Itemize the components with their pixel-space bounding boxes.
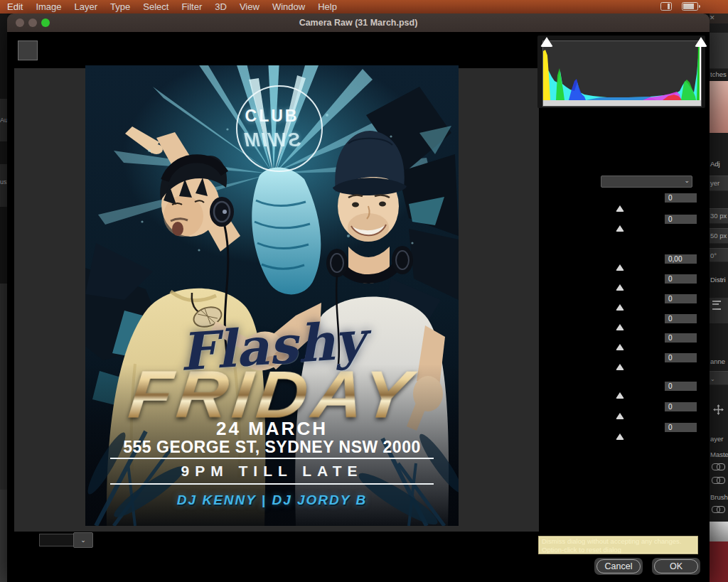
move-tool-icon[interactable] <box>713 404 724 415</box>
tab-close-icon[interactable]: ✕ <box>710 14 715 21</box>
panel-dropdown[interactable]: ⌄ <box>601 176 692 188</box>
value-field[interactable]: 0 <box>665 215 697 224</box>
slider-thumb[interactable] <box>616 324 624 330</box>
cancel-button-label: Cancel <box>596 559 641 573</box>
value-field[interactable]: 0 <box>665 333 697 343</box>
highlight-clipping-toggle-icon[interactable] <box>695 37 707 47</box>
chevron-down-icon: ⌄ <box>684 177 690 184</box>
master-label-fragment: Maste <box>710 449 728 460</box>
menu-view[interactable]: View <box>233 1 266 12</box>
left-panel-fragment: Au <box>0 114 7 126</box>
poster-preview-image[interactable]: CLUB SWIM Flashy FRIDAY 24 MARCH 555 GEO… <box>85 65 459 526</box>
poster-divider <box>110 483 434 485</box>
menu-layer[interactable]: Layer <box>68 1 105 12</box>
screen: Edit Image Layer Type Select Filter 3D V… <box>0 0 728 582</box>
poster-lineup: DJ KENNY | DJ JORDY B <box>85 492 459 508</box>
value-field[interactable]: 0 <box>665 294 697 303</box>
value-field[interactable]: 0 <box>665 314 697 323</box>
slider-thumb[interactable] <box>616 264 624 271</box>
dialog-title-bar: Camera Raw (31 March.psd) <box>7 14 710 32</box>
swatch-gradient[interactable] <box>710 81 728 133</box>
camera-raw-dialog: Camera Raw (31 March.psd) <box>7 14 710 582</box>
channels-panel-fragment: anne <box>710 356 728 367</box>
menu-image[interactable]: Image <box>29 1 68 12</box>
slider-thumb[interactable] <box>616 344 624 350</box>
field-50px-fragment[interactable]: 50 px <box>710 228 728 244</box>
value-field[interactable]: 0 <box>665 382 697 391</box>
align-icon[interactable] <box>712 301 721 310</box>
value-field[interactable]: 0 <box>665 402 697 411</box>
swatches-panel-fragment: tches <box>710 69 728 80</box>
slider-thumb[interactable] <box>616 364 624 370</box>
logo-text-club: CLUB <box>85 107 459 126</box>
brush-label-fragment: Brush <box>710 492 728 503</box>
club-logo-circle <box>236 85 323 172</box>
background-left-panel: Au us <box>0 14 7 582</box>
tooltip-line: Dismiss dialog without accepting any cha… <box>542 537 695 546</box>
zoom-select-chevron-button[interactable]: ⌄ <box>73 532 93 548</box>
cancel-button[interactable]: Cancel <box>594 558 643 575</box>
menu-filter[interactable]: Filter <box>175 1 208 12</box>
tooltip-line: Option-click to reset dialog <box>542 546 695 554</box>
minimize-window-button[interactable] <box>28 18 37 27</box>
shadow-clipping-toggle-icon[interactable] <box>540 37 553 47</box>
menu-bar: Edit Image Layer Type Select Filter 3D V… <box>0 0 728 14</box>
left-panel-fragment: us <box>0 176 7 188</box>
layer-row-fragment: yer <box>710 176 728 191</box>
chevron-down-icon[interactable]: ⌄ <box>710 376 715 382</box>
histogram <box>542 41 702 107</box>
toolbar-button[interactable] <box>18 41 38 60</box>
menu-help[interactable]: Help <box>311 1 343 12</box>
logo-text-swim: SWIM <box>85 129 459 151</box>
slider-thumb[interactable] <box>616 392 624 399</box>
value-field[interactable]: 0 <box>665 193 697 203</box>
value-field[interactable]: 0,00 <box>665 254 697 264</box>
zoom-level-select[interactable] <box>39 534 75 546</box>
close-window-button[interactable] <box>16 18 24 27</box>
menu-select[interactable]: Select <box>136 1 175 12</box>
cancel-button-tooltip: Dismiss dialog without accepting any cha… <box>538 536 698 554</box>
battery-icon <box>682 2 698 11</box>
slider-thumb[interactable] <box>616 413 624 419</box>
histogram-panel <box>537 36 705 108</box>
slider-thumb[interactable] <box>616 225 624 232</box>
poster-address: 555 GEORGE ST, SYDNEY NSW 2000 <box>85 438 459 457</box>
slider-thumb[interactable] <box>616 304 624 311</box>
display-icon[interactable] <box>660 2 672 11</box>
menu-edit[interactable]: Edit <box>0 1 29 12</box>
slider-thumb[interactable] <box>616 284 624 291</box>
panel-light-band <box>710 522 728 541</box>
background-right-panel: ✕ tches Adj yer 30 px 50 px 0° Distri an… <box>710 14 728 582</box>
menu-window[interactable]: Window <box>266 1 311 12</box>
value-field[interactable]: 0 <box>665 353 697 362</box>
menu-type[interactable]: Type <box>104 1 136 12</box>
zoom-window-button[interactable] <box>41 18 50 27</box>
poster-divider <box>110 458 434 459</box>
field-0deg-fragment[interactable]: 0° <box>710 248 728 262</box>
poster-date: 24 MARCH <box>85 418 459 440</box>
window-title: Camera Raw (31 March.psd) <box>7 14 710 32</box>
slider-thumb[interactable] <box>616 433 624 440</box>
poster-time: 9PM TILL LATE <box>85 463 459 480</box>
field-30px-fragment[interactable]: 30 px <box>710 208 728 224</box>
layer1-label-fragment: ayer <box>710 433 728 445</box>
menu-3d[interactable]: 3D <box>208 1 233 12</box>
ok-button-label: OK <box>654 559 698 573</box>
value-field[interactable]: 0 <box>665 274 697 284</box>
value-field[interactable]: 0 <box>665 423 697 432</box>
panel-red-band <box>710 541 728 582</box>
adjustments-panel-fragment: Adj <box>710 158 728 170</box>
slider-thumb[interactable] <box>616 205 624 212</box>
distribute-label-fragment: Distri <box>710 274 728 286</box>
ok-button[interactable]: OK <box>652 558 700 575</box>
